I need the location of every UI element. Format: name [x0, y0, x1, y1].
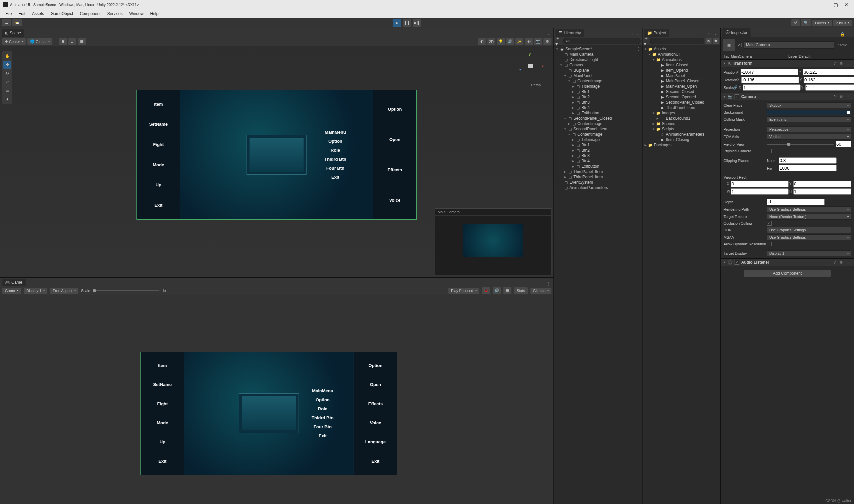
hierarchy-item[interactable]: ▶▢Btn3 — [554, 153, 642, 158]
project-item[interactable]: ▶MainPanel_Open — [643, 84, 720, 89]
hierarchy-item[interactable]: ▢Directional Light — [554, 57, 642, 62]
persp-label[interactable]: Persp — [531, 83, 541, 87]
project-item[interactable]: ▼📁Assets — [643, 46, 720, 52]
close-button[interactable]: ✕ — [844, 2, 849, 7]
hdr-dropdown[interactable]: Use Graphics Settings — [767, 227, 851, 233]
filter-icon[interactable]: 👁 — [705, 38, 712, 44]
menu-file[interactable]: File — [3, 10, 14, 17]
hierarchy-item[interactable]: ▶▢ThirdPanel_Item — [554, 169, 642, 174]
menu-services[interactable]: Services — [104, 10, 125, 17]
game-viewport[interactable]: ItemSetNameFightModeUpExit MainMenuOptio… — [0, 295, 554, 504]
layer-dropdown[interactable]: Default — [799, 54, 811, 58]
hierarchy-item[interactable]: ▼▢Contentimage — [554, 132, 642, 137]
project-search[interactable] — [650, 38, 704, 44]
object-name-field[interactable] — [744, 41, 834, 49]
tab-menu-icon[interactable]: ⋮ — [847, 32, 851, 37]
undo-history-button[interactable]: ↺ — [791, 19, 800, 26]
hierarchy-item[interactable]: ▶▢Btn4 — [554, 105, 642, 110]
pause-button[interactable]: ❚❚ — [403, 19, 411, 27]
project-item[interactable]: ▶SecondPanel_Closed — [643, 100, 720, 105]
preset-icon[interactable]: ⚙ — [839, 95, 844, 99]
scene-root[interactable]: ▼◉SampleScene*⋮ — [554, 46, 642, 52]
space-dropdown[interactable]: 🌐Global — [27, 38, 52, 45]
tab-menu-icon[interactable]: ⋮ — [714, 32, 718, 37]
lock-icon[interactable]: 🔒 — [840, 32, 845, 37]
fx-icon[interactable]: ✨ — [516, 38, 523, 45]
tab-menu-icon[interactable]: ⋮ — [635, 32, 639, 37]
maximize-button[interactable]: ▢ — [833, 2, 838, 7]
hierarchy-item[interactable]: ▼▢SecondPanel_Item — [554, 126, 642, 132]
search-button[interactable]: 🔍 — [801, 19, 811, 26]
cloud-button[interactable]: ⛅ — [12, 19, 22, 26]
tab-scene[interactable]: ⊞Scene — [2, 29, 24, 37]
stats-button[interactable]: Stats — [514, 287, 528, 294]
hierarchy-item[interactable]: ▼▢SecondPanel_Closed — [554, 116, 642, 121]
hand-tool[interactable]: ✋ — [3, 52, 11, 60]
project-item[interactable]: ▶📁Packages — [643, 142, 720, 148]
step-button[interactable]: ▶❚ — [413, 19, 421, 27]
project-item[interactable]: ▼📁Animations — [643, 57, 720, 62]
camera-enabled[interactable] — [735, 94, 739, 99]
vsync-icon[interactable]: ▦ — [503, 287, 511, 294]
tab-game[interactable]: 🎮Game — [2, 279, 26, 286]
menu-window[interactable]: Window — [126, 10, 146, 17]
audio-enabled[interactable] — [735, 260, 739, 265]
play-focused-dropdown[interactable]: Play Focused — [448, 288, 480, 294]
menu-assets[interactable]: Assets — [29, 10, 47, 17]
maximize-icon[interactable]: ⬚ — [708, 32, 712, 37]
rot-y[interactable] — [804, 77, 854, 83]
draw-mode-icon[interactable]: ◐ — [478, 38, 486, 45]
hierarchy-item[interactable]: ▢BGplane — [554, 68, 642, 73]
fov-axis-dropdown[interactable]: Vertical — [767, 134, 851, 140]
project-item[interactable]: ▶Item_Closing — [643, 137, 720, 142]
hierarchy-item[interactable]: ▶▢Btn1 — [554, 142, 642, 148]
near-clip[interactable] — [779, 157, 837, 164]
preset-icon[interactable]: ⚙ — [839, 260, 844, 265]
menu-icon[interactable]: ⋮ — [846, 95, 852, 99]
project-item[interactable]: ▶Second_Opened — [643, 94, 720, 100]
help-icon[interactable]: ? — [833, 61, 837, 65]
hierarchy-item[interactable]: ▶▢Btn3 — [554, 100, 642, 105]
project-item[interactable]: ▶MainPanel — [643, 73, 720, 78]
hierarchy-item[interactable]: ▶▢Titleimage — [554, 84, 642, 89]
pos-y[interactable] — [803, 69, 854, 75]
mute-icon[interactable]: 🐞 — [482, 287, 490, 294]
hierarchy-search[interactable] — [563, 38, 641, 44]
layers-dropdown[interactable]: Layers — [812, 20, 832, 26]
pivot-dropdown[interactable]: ⊙Center — [2, 38, 26, 45]
gameobject-icon[interactable]: ▦ — [723, 39, 735, 51]
tab-menu-icon[interactable]: ⋮ — [547, 32, 551, 37]
target-display-dropdown[interactable]: Display 1 — [767, 250, 851, 256]
scale-link-icon[interactable]: 🔗 — [733, 85, 737, 90]
menu-icon[interactable]: ⋮ — [846, 61, 852, 66]
dynres-checkbox[interactable] — [767, 242, 772, 246]
gizmo-x[interactable]: x — [541, 64, 543, 68]
project-item[interactable]: ▶MainPanel_Closed — [643, 78, 720, 84]
occlusion-checkbox[interactable] — [767, 221, 772, 226]
favorite-icon[interactable]: ★ — [713, 38, 719, 44]
viewport-y[interactable] — [793, 181, 851, 187]
scale-x[interactable] — [743, 84, 801, 91]
viewport-h[interactable] — [793, 188, 851, 195]
project-item[interactable]: ▶📁Scenes — [643, 121, 720, 126]
hierarchy-item[interactable]: ▶▢Btn2 — [554, 94, 642, 100]
project-item[interactable]: ▼📁AnimationUI — [643, 52, 720, 57]
game-target-dropdown[interactable]: Game — [2, 288, 21, 294]
tag-dropdown[interactable]: MainCamera — [731, 54, 752, 58]
hierarchy-item[interactable]: ▶▢Btn1 — [554, 89, 642, 94]
gizmo-y[interactable]: y — [529, 52, 531, 56]
grid-visibility-icon[interactable]: ▦ — [78, 38, 86, 45]
far-clip[interactable] — [779, 165, 837, 171]
hierarchy-item[interactable]: ▢AnimationParameters — [554, 185, 642, 190]
add-component-button[interactable]: Add Component — [744, 270, 831, 277]
preset-icon[interactable]: ⚙ — [839, 61, 844, 66]
active-checkbox[interactable] — [737, 43, 742, 47]
camera-icon[interactable]: 📷 — [534, 38, 542, 45]
project-item[interactable]: ▶Item_Closed — [643, 62, 720, 68]
viewport-x[interactable] — [731, 181, 789, 187]
rotate-tool[interactable]: ↻ — [3, 69, 11, 77]
clear-flags-dropdown[interactable]: Skybox — [767, 102, 851, 108]
project-item[interactable]: ▶▫BackGround1 — [643, 116, 720, 121]
tab-menu-icon[interactable]: ⋮ — [547, 281, 551, 286]
rect-tool[interactable]: ▭ — [3, 87, 11, 95]
